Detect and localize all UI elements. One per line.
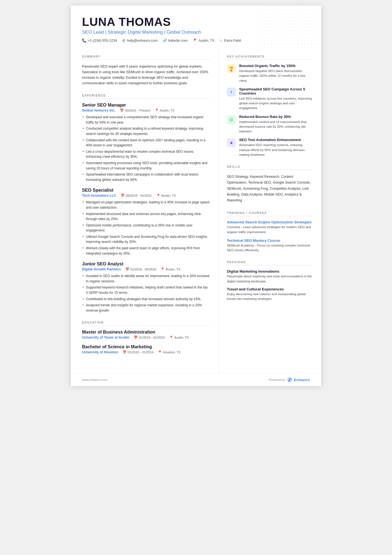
- bullet-2-2: Implemented structured data and schemas …: [82, 211, 210, 222]
- phone-icon: 📞: [82, 38, 86, 43]
- course-title-2: Technical SEO Mastery Course: [227, 238, 312, 243]
- enhancv-icon: [287, 377, 293, 383]
- course-desc-1: Coursera - Learn advanced strategies for…: [227, 225, 312, 235]
- bullet-3-4: Analyzed trends and insights for regiona…: [82, 303, 210, 313]
- phone-value: +1-(234)-555-1234: [88, 39, 117, 43]
- achievement-title-4: SEO Tool Automation Enhancement: [239, 138, 312, 142]
- footer-url: www.enhancv.com: [82, 378, 107, 381]
- experience-label: EXPERIENCE: [82, 94, 210, 99]
- candidate-name: LUNA THOMAS: [82, 16, 310, 28]
- passion-entry-2: Travel and Cultural Experiences Enjoy di…: [227, 287, 312, 302]
- bullet-2-3: Optimized mobile performance, contributi…: [82, 223, 210, 233]
- bullet-1-4: Led a cross-departmental team to resolve…: [82, 149, 210, 159]
- bullet-3-3: Contributed to link-building strategies …: [82, 297, 210, 302]
- edu-location-1: 📍 Austin, TX: [169, 336, 189, 339]
- company-1: Global Ventures Inc.: [82, 108, 115, 112]
- company-3: Digital Growth Partners: [82, 267, 121, 271]
- bullet-1-2: Conducted competitor analysis leading to…: [82, 126, 210, 136]
- edu-entry-2: Bachelor of Science in Marketing Univers…: [82, 344, 210, 354]
- achievement-item-3: ⊡ Reduced Bounce Rate by 30% Implemented…: [227, 115, 312, 134]
- bullet-3-1: Assisted in SEO audits to identify areas…: [82, 273, 210, 284]
- skills-text: SEO Strategy, Keyword Research, Content …: [227, 174, 312, 203]
- edu-meta-1: University of Texas at Austin 📅 01/2014 …: [82, 336, 210, 339]
- job-entry-1: Senior SEO Manager Global Ventures Inc. …: [82, 103, 210, 182]
- edu-dates-1: 📅 01/2014 - 01/2016: [134, 336, 165, 339]
- edu-cal-icon-2: 📅: [123, 350, 126, 354]
- linkedin-value: linkedin.com: [168, 39, 188, 43]
- job-location-3: 📍 Austin, TX: [161, 267, 180, 271]
- job-bullets-2: Managed on-page optimization strategies,…: [82, 200, 210, 256]
- bullet-1-6: Spearheaded international SEO campaigns …: [82, 172, 210, 182]
- contact-email: @ help@enhancv.com: [122, 38, 158, 43]
- job-meta-3: Digital Growth Partners 📅 01/2016 - 05/2…: [82, 267, 210, 271]
- summary-text: Passionate SEO expert with 5 years' expe…: [82, 64, 210, 86]
- email-value: help@enhancv.com: [127, 39, 158, 43]
- achievement-icon-2: ✦: [227, 88, 236, 97]
- course-desc-2: SEMrush Academy - Focus on resolving com…: [227, 243, 312, 253]
- footer-brand: Powered by Enhancv: [269, 377, 310, 383]
- bullet-2-4: Utilized Google Search Console and Screa…: [82, 234, 210, 245]
- email-icon: @: [122, 38, 126, 43]
- right-column: KEY ACHIEVEMENTS 🏆 Boosted Organic Traff…: [219, 48, 321, 373]
- achievement-title-3: Reduced Bounce Rate by 30%: [239, 115, 312, 119]
- course-title-1: Advanced Search Engine Optimization Stra…: [227, 220, 312, 224]
- pin-icon-3: 📍: [161, 267, 165, 271]
- passion-desc-2: Enjoy discovering new cultures and incor…: [227, 292, 312, 302]
- bullet-1-5: Automated reporting processes using SEO …: [82, 161, 210, 171]
- job-title-2: SEO Specialist: [82, 188, 210, 193]
- resume-document: LUNA THOMAS SEO Lead | Strategic Digital…: [71, 6, 321, 386]
- edu-pin-icon-2: 📍: [158, 350, 162, 354]
- summary-section: SUMMARY Passionate SEO expert with 5 yea…: [82, 55, 210, 86]
- achievement-desc-4: Automated SEO reporting systems, reducin…: [239, 143, 312, 157]
- passions-label: PASSIONS: [227, 260, 312, 265]
- passions-section: PASSIONS Digital Marketing Innovations P…: [227, 260, 312, 301]
- edu-pin-icon-1: 📍: [169, 336, 173, 339]
- pin-icon-1: 📍: [155, 108, 159, 112]
- pin-icon-2: 📍: [156, 194, 160, 198]
- bullet-2-1: Managed on-page optimization strategies,…: [82, 200, 210, 210]
- achievement-title-1: Boosted Organic Traffic by 150%: [239, 64, 312, 68]
- job-dates-1: 📅 03/2021 - Present: [120, 108, 150, 112]
- job-bullets-3: Assisted in SEO audits to identify areas…: [82, 273, 210, 313]
- link-icon: 🔗: [163, 38, 167, 43]
- contact-bar: 📞 +1-(234)-555-1234 @ help@enhancv.com 🔗…: [82, 38, 310, 43]
- edu-degree-2: Bachelor of Science in Marketing: [82, 344, 210, 349]
- job-entry-2: SEO Specialist Tech Innovators LLC 📅 06/…: [82, 188, 210, 256]
- job-dates-2: 📅 06/2018 - 02/2021: [121, 194, 152, 198]
- achievement-item-2: ✦ Spearheaded SEO Campaign Across 5 Coun…: [227, 87, 312, 111]
- contact-extra: ☆ Extra Field: [219, 38, 241, 43]
- achievements-label: KEY ACHIEVEMENTS: [227, 55, 312, 60]
- job-title-3: Junior SEO Analyst: [82, 262, 210, 267]
- candidate-title: SEO Lead | Strategic Digital Marketing |…: [82, 29, 310, 35]
- company-2: Tech Innovators LLC: [82, 194, 116, 198]
- achievement-text-2: Spearheaded SEO Campaign Across 5 Countr…: [239, 87, 312, 111]
- education-section: EDUCATION Master of Business Administrat…: [82, 321, 210, 354]
- achievement-desc-1: Developed targeted SEO plans that booste…: [239, 69, 312, 83]
- job-entry-3: Junior SEO Analyst Digital Growth Partne…: [82, 262, 210, 313]
- contact-phone: 📞 +1-(234)-555-1234: [82, 38, 117, 43]
- job-location-1: 📍 Austin, TX: [155, 108, 175, 112]
- bullet-1-3: Collaborated with the content team to op…: [82, 138, 210, 148]
- edu-school-2: University of Houston: [82, 350, 118, 354]
- education-label: EDUCATION: [82, 321, 210, 326]
- contact-location: 📍 Austin, TX: [193, 38, 214, 43]
- job-meta-1: Global Ventures Inc. 📅 03/2021 - Present…: [82, 108, 210, 112]
- achievement-title-2: Spearheaded SEO Campaign Across 5 Countr…: [239, 87, 312, 95]
- achievement-icon-1: 🏆: [227, 64, 236, 73]
- left-column: SUMMARY Passionate SEO expert with 5 yea…: [71, 48, 219, 373]
- passion-entry-1: Digital Marketing Innovations Passionate…: [227, 269, 312, 284]
- course-entry-1: Advanced Search Engine Optimization Stra…: [227, 220, 312, 235]
- powered-by-text: Powered by: [269, 378, 285, 381]
- achievement-icon-3: ⊡: [227, 115, 236, 124]
- passion-desc-1: Passionate about exploring new tools and…: [227, 274, 312, 284]
- training-label: TRAINING / COURSES: [227, 211, 312, 216]
- job-dates-3: 📅 01/2016 - 05/2018: [125, 267, 156, 271]
- edu-dates-2: 📅 01/2010 - 01/2014: [123, 350, 153, 354]
- edu-degree-1: Master of Business Administration: [82, 330, 210, 335]
- achievement-text-3: Reduced Bounce Rate by 30% Implemented c…: [239, 115, 312, 134]
- skills-label: SKILLS: [227, 165, 312, 170]
- bullet-3-2: Supported keyword research initiatives, …: [82, 285, 210, 295]
- job-title-1: Senior SEO Manager: [82, 103, 210, 108]
- skills-section: SKILLS SEO Strategy, Keyword Research, C…: [227, 165, 312, 203]
- achievement-desc-2: Led SEO initiatives across five countrie…: [239, 96, 312, 111]
